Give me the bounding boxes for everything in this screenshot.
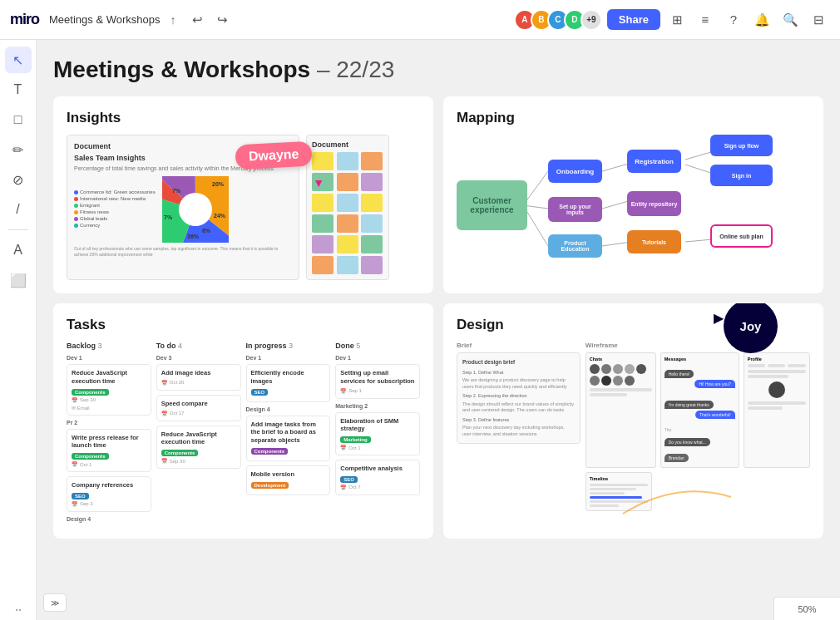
task-card: Setting up email services for subscripti… — [335, 364, 420, 399]
tasks-panel: Tasks Backlog 3 Dev 1 Reduce JavaScript … — [53, 303, 433, 539]
node-product: Product Education — [548, 234, 602, 258]
kanban-col-inprogress: In progress 3 Dev 1 Efficiently encode i… — [246, 342, 331, 525]
svg-text:24%: 24% — [214, 213, 226, 219]
node-setup: Set up your inputs — [548, 197, 602, 222]
sticky-grid — [312, 152, 383, 274]
col-header-todo: To do 4 — [156, 342, 241, 350]
avatar-group: A B C D +9 — [519, 9, 602, 31]
task-card: Elaboration of SMM strategy Marketing 📅O… — [335, 412, 420, 456]
more-tools[interactable]: ‥ — [15, 602, 22, 613]
col-mkt-done-label: Marketing 2 — [335, 403, 420, 409]
miro-logo: miro — [10, 11, 39, 28]
upload-icon[interactable]: ↑ — [170, 13, 175, 27]
sticky-doc-label: Document — [312, 140, 383, 149]
zoom-indicator: 50% — [773, 597, 840, 620]
shape-tool[interactable]: □ — [5, 106, 32, 133]
design-connector-svg — [615, 472, 739, 522]
expand-button[interactable]: ≫ — [43, 593, 67, 612]
toolbar-icon[interactable]: ⊞ — [665, 8, 689, 32]
node-online-sub: Online sub plan — [710, 224, 773, 248]
search-icon[interactable]: 🔍 — [778, 8, 802, 32]
undo-button[interactable]: ↩ — [185, 8, 209, 32]
task-card: Mobile version Development — [246, 465, 331, 495]
kanban-col-todo: To do 4 Dev 3 Add image ideas 📅Oct 20 Sp… — [156, 342, 241, 525]
sticky-notes-card: Document — [306, 135, 389, 280]
board-title: Meetings & Workshops — [49, 13, 160, 26]
task-card: Write press release for launch time Comp… — [67, 429, 151, 473]
task-card: Efficiently encode images SEO — [246, 364, 331, 402]
brief-label: Brief — [457, 342, 581, 349]
insights-content: Document Sales Team Insights Percentage … — [67, 135, 420, 280]
col-dev-done-label: Dev 1 — [335, 355, 420, 361]
task-card: Competitive analysis SEO 📅Oct 7 — [335, 460, 420, 495]
topbar-actions: A B C D +9 Share ⊞ ≡ ? 🔔 🔍 ⊟ — [519, 8, 830, 32]
col-dev-inprog-label: Dev 1 — [246, 355, 331, 361]
doc-footnote: Out of all key professionals who use som… — [74, 246, 292, 258]
sidebar-divider — [8, 229, 28, 230]
kanban-col-done: Done 5 Dev 1 Setting up email services f… — [335, 342, 420, 525]
task-card: Company references SEO 📅Sep 3 — [67, 476, 151, 512]
col-pr-label: Pr 2 — [67, 420, 151, 426]
task-card: Reduce JavaScript execution time Compone… — [67, 364, 151, 416]
mapping-panel: Mapping — [443, 96, 823, 293]
node-entity: Entity repository — [627, 191, 681, 216]
eraser-tool[interactable]: ⊘ — [5, 166, 32, 193]
task-card: Add image tasks from the brief to a boar… — [246, 416, 331, 461]
svg-text:7%: 7% — [164, 214, 173, 220]
col-design-inprog-label: Design 4 — [246, 406, 331, 412]
pen-tool[interactable]: ✏ — [5, 136, 32, 163]
wireframe-profile: Profile — [744, 352, 810, 468]
brief-doc: Product design brief Step 1. Define What… — [457, 352, 581, 444]
chart-area: Commerce ltd: Green accessories Internat… — [74, 176, 292, 243]
select-tool[interactable]: ↖ — [5, 47, 32, 73]
col-header-done: Done 5 — [335, 342, 420, 350]
notifications-icon[interactable]: 🔔 — [750, 8, 773, 32]
svg-text:36%: 36% — [187, 234, 200, 239]
insights-panel: Insights Document Sales Team Insights Pe… — [53, 96, 433, 293]
type-tool[interactable]: A — [5, 237, 32, 263]
task-card: Add image ideas 📅Oct 20 — [156, 364, 241, 391]
wireframe-section: Wireframe Chats — [586, 342, 810, 525]
svg-text:7%: 7% — [172, 188, 181, 194]
text-tool[interactable]: T — [5, 76, 32, 103]
frame-tool[interactable]: ⬜ — [5, 267, 32, 293]
col-dev-todo-label: Dev 3 — [156, 355, 241, 361]
mapping-content: Customer experience Onboarding Registrat… — [457, 135, 810, 276]
cursor-arrow: ▶ — [714, 310, 724, 326]
legend: Commerce ltd: Green accessories Internat… — [74, 189, 156, 229]
svg-text:6%: 6% — [202, 228, 211, 234]
task-card: Speed compare 📅Oct 17 — [156, 395, 241, 421]
left-sidebar: ↖ T □ ✏ ⊘ / A ⬜ ‥ — [0, 40, 37, 620]
redo-button[interactable]: ↪ — [210, 8, 234, 32]
tasks-title: Tasks — [67, 317, 420, 333]
col-dev-label: Dev 1 — [67, 355, 151, 361]
svg-text:20%: 20% — [212, 181, 225, 187]
brief-section: Brief Product design brief Step 1. Defin… — [457, 342, 581, 525]
settings-icon[interactable]: ≡ — [694, 8, 717, 32]
avatar-count: +9 — [581, 9, 602, 31]
share-button[interactable]: Share — [607, 9, 660, 30]
line-tool[interactable]: / — [5, 196, 32, 223]
wireframe-chat1: Chats — [586, 352, 656, 468]
pie-chart: 20% 24% 36% 7% 7% 6% — [162, 176, 229, 243]
svg-point-5 — [179, 193, 212, 226]
page-title: Meetings & Workshops – 22/23 — [53, 57, 823, 83]
wireframe-messages: Messages Hello there! Hi! How are you? I… — [660, 352, 739, 468]
cursor-indicator: ▼ — [313, 176, 324, 189]
design-panel: Design Joy ▶ Brief Product design brief … — [443, 303, 823, 539]
apps-icon[interactable]: ⊟ — [807, 8, 830, 32]
node-onboarding: Onboarding — [548, 160, 602, 183]
col-header-inprogress: In progress 3 — [246, 342, 331, 350]
canvas: Meetings & Workshops – 22/23 Insights Do… — [37, 40, 840, 620]
node-customer-experience: Customer experience — [457, 180, 527, 230]
insights-title: Insights — [67, 110, 420, 126]
col-header-backlog: Backlog 3 — [67, 342, 151, 350]
help-icon[interactable]: ? — [722, 8, 745, 32]
node-tutorials: Tutorials — [627, 230, 681, 253]
dwayne-badge: Dwayne — [235, 141, 313, 170]
kanban-col-backlog: Backlog 3 Dev 1 Reduce JavaScript execut… — [67, 342, 151, 525]
kanban-board: Backlog 3 Dev 1 Reduce JavaScript execut… — [67, 342, 420, 525]
topbar: miro Meetings & Workshops ↑ ↩ ↪ A B C D … — [0, 0, 840, 40]
wireframe-label: Wireframe — [586, 342, 810, 349]
design-content: Brief Product design brief Step 1. Defin… — [457, 342, 810, 525]
